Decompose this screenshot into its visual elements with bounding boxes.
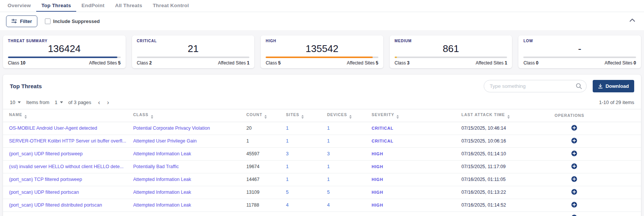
sites-link[interactable]: 5 xyxy=(286,190,289,195)
add-operation-button[interactable] xyxy=(571,138,577,144)
card-title: MEDIUM xyxy=(395,39,507,43)
devices-link[interactable]: 3 xyxy=(327,151,330,156)
devices-link[interactable]: 4 xyxy=(327,202,330,208)
threat-name-link[interactable]: (port_scan) TCP filtered portsweep xyxy=(9,177,82,182)
column-header[interactable]: COUNT xyxy=(246,109,286,122)
devices-link[interactable]: 5 xyxy=(327,190,330,195)
threat-class-link[interactable]: Attempted User Privilege Gain xyxy=(133,138,197,144)
page-value: 1 xyxy=(55,100,57,105)
devices-link[interactable]: 1 xyxy=(327,138,330,144)
last-attack-time: 07/15/2025, 11:17:09 xyxy=(461,164,506,169)
summary-card: HIGH 135542 Class5 Affected Sites5 xyxy=(261,35,383,68)
class-label: Class xyxy=(395,60,406,66)
column-header[interactable]: CLASS xyxy=(133,109,246,122)
plus-circle-icon xyxy=(571,190,577,196)
affected-sites-label: Affected Sites xyxy=(347,60,375,66)
search-icon[interactable] xyxy=(576,83,582,89)
page-select[interactable]: 1 xyxy=(55,100,63,105)
add-operation-button[interactable] xyxy=(571,125,577,131)
card-title: LOW xyxy=(523,39,636,43)
include-suppressed-checkbox[interactable]: Include Suppressed xyxy=(45,18,100,24)
collapse-chevron-up-icon[interactable] xyxy=(630,18,635,22)
chevron-down-icon xyxy=(60,101,63,103)
add-operation-button[interactable] xyxy=(571,163,577,169)
column-header-label: SITES xyxy=(286,112,299,117)
count-cell: 1 xyxy=(246,138,249,144)
search-input[interactable] xyxy=(484,80,587,92)
card-value: - xyxy=(523,43,636,55)
affected-sites-label: Affected Sites xyxy=(89,60,117,66)
threat-name-link[interactable]: SERVER-OTHER Kolibri HTTP Server uri buf… xyxy=(9,138,126,144)
column-header[interactable]: SEVERITY xyxy=(372,109,461,122)
prev-page-button[interactable]: ‹ xyxy=(98,99,100,106)
pagination-bar: 10 Items from 1 of 3 pages ‹ › 1-10 of 2… xyxy=(3,96,641,109)
add-operation-button[interactable] xyxy=(571,189,577,195)
affected-sites-count: 5 xyxy=(118,60,121,66)
download-button[interactable]: Download xyxy=(593,80,634,92)
column-header[interactable]: DEVICES xyxy=(327,109,372,122)
tab-overview[interactable]: Overview xyxy=(2,0,36,12)
summary-card: LOW - Class0 Affected Sites0 xyxy=(518,35,641,68)
checkbox-box[interactable] xyxy=(45,18,51,24)
count-cell: 14467 xyxy=(246,177,260,182)
sites-link[interactable]: 4 xyxy=(286,202,289,208)
add-operation-button[interactable] xyxy=(571,150,577,156)
next-page-button[interactable]: › xyxy=(107,99,109,106)
threat-class-link[interactable]: Potential Corporate Privacy Violation xyxy=(133,126,210,131)
column-header[interactable]: NAME xyxy=(3,109,133,122)
threat-name-link[interactable]: (port_scan) UDP filtered distributed por… xyxy=(9,202,102,208)
last-attack-time: 07/16/2025, 01:14:10 xyxy=(461,151,506,156)
threat-name-link[interactable]: (port_scan) UDP filtered portsweep xyxy=(9,151,83,156)
add-operation-button[interactable] xyxy=(571,176,577,182)
devices-link[interactable]: 1 xyxy=(327,126,330,131)
threats-table: NAME CLASS COUNT SITES DEVIC xyxy=(3,109,641,216)
tab-top-threats[interactable]: Top Threats xyxy=(36,0,76,12)
severity-badge: HIGH xyxy=(372,190,383,195)
sites-link[interactable]: 1 xyxy=(286,126,289,131)
tab-threat-kontrol[interactable]: Threat Kontrol xyxy=(148,0,194,12)
threat-name-link[interactable]: OS-MOBILE Android User-Agent detected xyxy=(9,126,97,131)
threat-name-link[interactable]: (port_scan) UDP filtered portscan xyxy=(9,190,79,195)
download-button-label: Download xyxy=(606,83,629,89)
add-operation-button[interactable] xyxy=(571,202,577,208)
threat-name-link[interactable]: (ssl) invalid server HELLO without clien… xyxy=(9,164,124,169)
count-cell: 45597 xyxy=(246,151,260,156)
column-header[interactable]: SITES xyxy=(286,109,327,122)
devices-link[interactable]: 1 xyxy=(327,164,330,169)
sites-link[interactable]: 1 xyxy=(286,164,289,169)
devices-link[interactable]: 1 xyxy=(327,177,330,182)
add-operation-button[interactable] xyxy=(571,214,577,216)
threat-class-link[interactable]: Attempted Information Leak xyxy=(133,151,191,156)
sites-link[interactable]: 1 xyxy=(286,177,289,182)
download-icon xyxy=(598,84,603,89)
card-footer: Class10 Affected Sites5 xyxy=(8,60,121,66)
tab-endpoint[interactable]: EndPoint xyxy=(76,0,110,12)
severity-badge: HIGH xyxy=(372,152,383,156)
affected-sites-label: Affected Sites xyxy=(218,60,246,66)
class-count: 3 xyxy=(407,60,410,66)
column-header-label: LAST ATTACK TIME xyxy=(461,112,505,117)
threat-class-link[interactable]: Attempted Information Leak xyxy=(133,177,191,182)
sites-link[interactable]: 1 xyxy=(286,138,289,144)
threat-class-link[interactable]: Potentially Bad Traffic xyxy=(133,164,179,169)
table-row: (ssl) invalid server HELLO without clien… xyxy=(3,160,641,173)
threat-class-link[interactable]: Attempted Information Leak xyxy=(133,202,191,208)
severity-badge: CRITICAL xyxy=(372,126,393,130)
sort-icon xyxy=(25,115,27,119)
plus-circle-icon xyxy=(571,126,577,132)
column-header[interactable]: OPERATIONS xyxy=(555,109,641,122)
table-header-row: NAME CLASS COUNT SITES DEVIC xyxy=(3,109,641,122)
column-header-label: CLASS xyxy=(133,112,149,117)
card-value: 861 xyxy=(395,43,507,55)
sites-link[interactable]: 3 xyxy=(286,151,289,156)
page-size-select[interactable]: 10 xyxy=(10,100,21,105)
threat-class-link[interactable]: Attempted Information Leak xyxy=(133,190,191,195)
filter-button[interactable]: Filter xyxy=(6,15,37,27)
summary-card: CRITICAL 21 Class2 Affected Sites1 xyxy=(132,35,255,68)
affected-sites-count: 1 xyxy=(505,60,507,66)
tab-all-threats[interactable]: All Threats xyxy=(110,0,148,12)
last-attack-time: 07/15/2025, 10:46:14 xyxy=(461,126,506,131)
count-cell: 19674 xyxy=(246,164,260,169)
column-header[interactable]: LAST ATTACK TIME xyxy=(461,109,555,122)
class-count: 5 xyxy=(278,60,281,66)
